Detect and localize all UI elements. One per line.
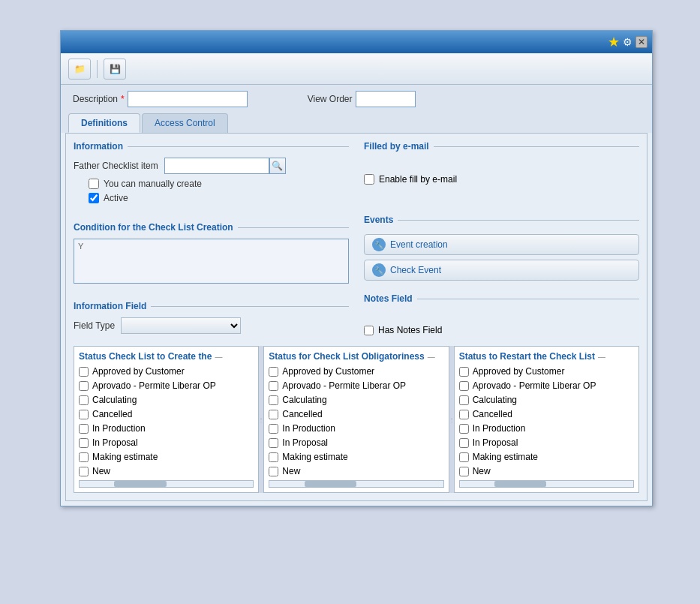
list-item: In Proposal [459, 437, 634, 448]
oblig-aprovado-checkbox[interactable] [269, 381, 278, 391]
father-checklist-search-btn[interactable]: 🔍 [269, 158, 286, 174]
oblig-approved-customer-checkbox[interactable] [269, 367, 278, 377]
oblig-cancelled-checkbox[interactable] [269, 410, 278, 419]
condition-textarea[interactable] [74, 239, 349, 284]
form-header: Description * View Order [61, 85, 652, 113]
oblig-calculating-checkbox[interactable] [269, 395, 278, 405]
father-checklist-input-wrap: 🔍 [164, 158, 286, 174]
active-checkbox[interactable] [89, 193, 99, 203]
oblig-new-checkbox[interactable] [269, 467, 278, 476]
list-item: Calculating [459, 395, 634, 405]
search-icon: 🔍 [272, 161, 283, 171]
create-new-checkbox[interactable] [79, 467, 89, 476]
manually-create-checkbox[interactable] [89, 179, 99, 189]
restart-in-production-checkbox[interactable] [459, 424, 469, 434]
list-item: Aprovado - Permite Liberar OP [459, 380, 634, 391]
check-event-icon: 🔧 [372, 263, 386, 277]
manually-create-row: You can manually create [89, 179, 349, 189]
status-create-header: Status Check List to Create the [79, 351, 254, 362]
view-order-input[interactable] [356, 91, 416, 107]
create-aprovado-label: Aprovado - Permite Liberar OP [92, 380, 216, 391]
restart-in-proposal-label: In Proposal [473, 437, 518, 448]
restart-approved-customer-label: Approved by Customer [473, 366, 565, 377]
active-row: Active [89, 193, 349, 203]
check-event-button[interactable]: 🔧 Check Event [364, 260, 639, 281]
restart-in-production-label: In Production [473, 423, 526, 434]
information-section: Information Father Checklist item 🔍 You … [74, 141, 349, 207]
list-item: In Production [459, 423, 634, 434]
oblig-in-proposal-label: In Proposal [282, 437, 328, 448]
condition-section: Condition for the Check List Creation Y [74, 222, 349, 286]
required-mark: * [121, 94, 125, 104]
oblig-calculating-label: Calculating [282, 395, 326, 405]
oblig-approved-customer-label: Approved by Customer [282, 366, 374, 377]
create-making-estimate-checkbox[interactable] [79, 452, 89, 462]
restart-making-estimate-checkbox[interactable] [459, 452, 469, 462]
has-notes-row: Has Notes Field [364, 325, 639, 335]
status-create-scrollbar[interactable] [79, 480, 254, 488]
scrollbar-thumb [494, 481, 546, 487]
list-item: Cancelled [459, 409, 634, 419]
active-label: Active [104, 193, 128, 203]
restart-new-checkbox[interactable] [459, 467, 469, 476]
open-folder-icon: 📁 [74, 64, 86, 74]
event-creation-label: Event creation [390, 239, 448, 250]
tab-definitions[interactable]: Definitions [68, 113, 140, 133]
oblig-making-estimate-checkbox[interactable] [269, 452, 278, 462]
father-checklist-input[interactable] [164, 158, 269, 174]
restart-approved-customer-checkbox[interactable] [459, 367, 469, 377]
restart-aprovado-label: Aprovado - Permite Liberar OP [473, 380, 596, 391]
condition-header: Condition for the Check List Creation [74, 222, 349, 233]
list-item: Approved by Customer [459, 366, 634, 377]
title-bar: ★ ⚙ ✕ [61, 31, 652, 53]
create-calculating-checkbox[interactable] [79, 395, 89, 405]
list-item: Making estimate [269, 452, 443, 462]
oblig-cancelled-label: Cancelled [282, 409, 322, 419]
create-in-proposal-checkbox[interactable] [79, 438, 89, 448]
view-order-label: View Order [308, 94, 353, 104]
save-button[interactable]: 💾 [104, 59, 126, 80]
enable-fill-checkbox[interactable] [364, 174, 374, 185]
restart-cancelled-checkbox[interactable] [459, 410, 469, 419]
restart-cancelled-label: Cancelled [473, 409, 512, 419]
notes-field-section: Notes Field Has Notes Field [364, 293, 639, 338]
restart-in-proposal-checkbox[interactable] [459, 438, 469, 448]
toolbar-separator [97, 60, 98, 78]
description-label: Description [73, 94, 118, 104]
manually-create-label: You can manually create [104, 179, 202, 189]
status-restart-scrollbar[interactable] [459, 480, 634, 488]
oblig-in-production-checkbox[interactable] [269, 424, 278, 434]
create-in-production-checkbox[interactable] [79, 424, 89, 434]
filled-by-email-header: Filled by e-mail [364, 141, 639, 152]
enable-fill-label: Enable fill by e-mail [379, 174, 457, 185]
open-button[interactable]: 📁 [68, 59, 91, 80]
create-approved-customer-label: Approved by Customer [92, 366, 185, 377]
scrollbar-track [269, 481, 443, 487]
event-creation-button[interactable]: 🔧 Event creation [364, 234, 639, 255]
description-input[interactable] [128, 91, 248, 107]
create-cancelled-checkbox[interactable] [79, 410, 89, 419]
list-item: New [79, 466, 254, 476]
restart-aprovado-checkbox[interactable] [459, 381, 469, 391]
events-buttons: 🔧 Event creation 🔧 Check Event [364, 231, 639, 281]
status-oblig-scrollbar[interactable] [269, 480, 443, 488]
list-item: In Production [269, 423, 443, 434]
restart-calculating-checkbox[interactable] [459, 395, 469, 405]
list-item: Aprovado - Permite Liberar OP [269, 380, 443, 391]
tabs: Definitions Access Control [68, 113, 644, 133]
list-item: New [459, 466, 634, 476]
create-aprovado-checkbox[interactable] [79, 381, 89, 391]
has-notes-checkbox[interactable] [364, 326, 374, 335]
create-approved-customer-checkbox[interactable] [79, 367, 89, 377]
scrollbar-track [80, 481, 253, 487]
restart-calculating-label: Calculating [473, 395, 517, 405]
oblig-in-proposal-checkbox[interactable] [269, 438, 278, 448]
event-creation-icon: 🔧 [372, 238, 386, 251]
close-button[interactable]: ✕ [635, 36, 647, 48]
field-type-select[interactable]: Text Number Date Boolean [121, 317, 241, 334]
information-field-header: Information Field [74, 301, 349, 311]
tab-access-control[interactable]: Access Control [142, 113, 228, 133]
list-item: Calculating [79, 395, 254, 405]
main-window: ★ ⚙ ✕ 📁 💾 Description * View Order [60, 30, 653, 506]
tabs-container: Definitions Access Control [61, 113, 652, 133]
